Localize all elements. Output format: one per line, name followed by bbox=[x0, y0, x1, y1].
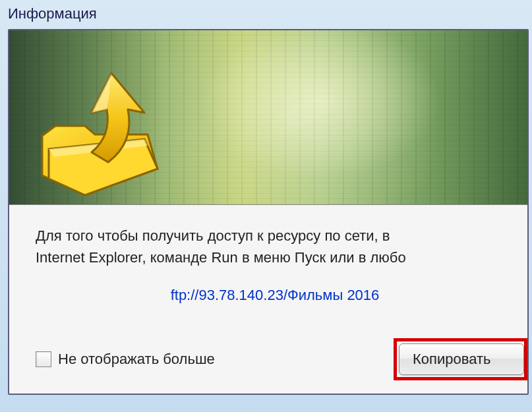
message-line-2: Internet Explorer, команде Run в меню Пу… bbox=[36, 249, 406, 266]
dont-show-label: Не отображать больше bbox=[58, 351, 215, 368]
copy-button[interactable]: Копировать bbox=[399, 343, 524, 375]
message-text: Для того чтобы получить доступ к ресурсу… bbox=[36, 225, 514, 268]
dont-show-checkbox[interactable] bbox=[36, 351, 51, 367]
banner-image bbox=[9, 30, 527, 205]
window-title: Информация bbox=[8, 5, 532, 22]
dialog-frame: Для того чтобы получить доступ к ресурсу… bbox=[8, 29, 529, 395]
folder-upload-icon bbox=[29, 63, 174, 204]
dont-show-checkbox-wrap[interactable]: Не отображать больше bbox=[36, 351, 215, 368]
bottom-row: Не отображать больше Копировать bbox=[36, 338, 527, 380]
message-area: Для того чтобы получить доступ к ресурсу… bbox=[9, 205, 527, 310]
message-line-1: Для того чтобы получить доступ к ресурсу… bbox=[36, 227, 390, 244]
copy-button-highlight: Копировать bbox=[394, 338, 527, 380]
resource-link[interactable]: ftp://93.78.140.23/Фильмы 2016 bbox=[36, 287, 514, 304]
